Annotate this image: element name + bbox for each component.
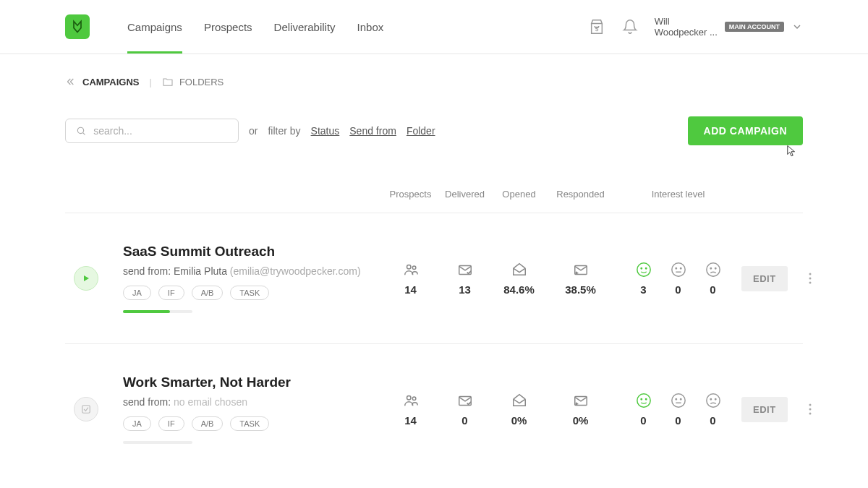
- add-campaign-button[interactable]: ADD CAMPAIGN: [688, 116, 803, 145]
- tag: JA: [123, 286, 151, 300]
- responded-icon: [572, 393, 590, 408]
- interest-neutral: 0: [675, 283, 681, 296]
- interest-positive: 3: [640, 283, 646, 296]
- svg-point-34: [710, 398, 711, 399]
- svg-point-36: [809, 404, 812, 406]
- neutral-icon: [671, 262, 686, 278]
- svg-point-17: [715, 267, 715, 268]
- tag: IF: [158, 286, 184, 300]
- opened-icon: [511, 262, 528, 278]
- filter-status[interactable]: Status: [311, 125, 340, 137]
- svg-point-12: [676, 267, 676, 268]
- tag: A/B: [192, 286, 224, 300]
- search-box[interactable]: [65, 119, 239, 143]
- progress-bar: [123, 441, 192, 444]
- metric-opened: 0%: [511, 414, 527, 427]
- account-badge: MAIN ACCOUNT: [725, 22, 784, 32]
- tab-inbox[interactable]: Inbox: [357, 1, 384, 53]
- svg-point-20: [809, 282, 812, 284]
- campaign-row[interactable]: SaaS Summit Outreach send from: Emilia P…: [65, 213, 803, 343]
- marketplace-icon[interactable]: $: [588, 18, 605, 35]
- interest-positive: 0: [640, 414, 646, 427]
- svg-point-1: [77, 127, 83, 133]
- campaign-title: Work Smarter, Not Harder: [123, 374, 383, 390]
- svg-point-18: [809, 273, 812, 275]
- opened-icon: [511, 393, 528, 408]
- neutral-icon: [671, 393, 686, 408]
- more-button[interactable]: [803, 403, 817, 415]
- user-menu[interactable]: Will Woodpecker ... MAIN ACCOUNT: [655, 16, 803, 38]
- svg-point-37: [809, 408, 812, 411]
- status-play-button[interactable]: [74, 266, 98, 291]
- breadcrumb-folders[interactable]: FOLDERS: [162, 76, 224, 87]
- status-draft-button[interactable]: [74, 397, 98, 421]
- svg-point-15: [706, 262, 719, 275]
- campaign-title: SaaS Summit Outreach: [123, 244, 383, 260]
- filter-by: filter by: [268, 125, 300, 137]
- svg-point-30: [676, 398, 676, 399]
- notifications-icon[interactable]: [621, 18, 639, 35]
- tag: IF: [158, 416, 184, 431]
- metric-opened: 84.6%: [503, 283, 535, 296]
- filter-or: or: [249, 125, 258, 137]
- svg-point-10: [645, 267, 646, 268]
- col-prospects: Prospects: [383, 189, 438, 200]
- edit-button[interactable]: EDIT: [741, 397, 788, 422]
- breadcrumb: CAMPAIGNS | FOLDERS: [65, 76, 803, 87]
- svg-point-23: [412, 396, 416, 400]
- svg-line-2: [82, 132, 85, 134]
- frown-icon: [705, 393, 721, 408]
- svg-point-16: [710, 267, 711, 268]
- svg-marker-3: [84, 275, 89, 281]
- svg-point-28: [645, 398, 646, 399]
- interest-negative: 0: [710, 283, 715, 296]
- col-responded: Responded: [546, 189, 615, 200]
- tab-prospects[interactable]: Prospects: [204, 1, 252, 53]
- campaigns-icon: [65, 76, 77, 87]
- progress-bar: [123, 310, 192, 313]
- campaign-sender: send from: no email chosen: [123, 396, 383, 408]
- user-company: Woodpecker ...: [655, 27, 718, 38]
- svg-point-38: [809, 413, 812, 415]
- logo[interactable]: [65, 14, 90, 39]
- responded-icon: [572, 262, 590, 278]
- tag: TASK: [230, 286, 269, 300]
- tag: TASK: [230, 416, 269, 431]
- metric-responded: 0%: [573, 414, 589, 427]
- tab-deliverability[interactable]: Deliverability: [274, 1, 336, 53]
- svg-point-5: [412, 265, 416, 269]
- metric-responded: 38.5%: [565, 283, 596, 296]
- edit-button[interactable]: EDIT: [741, 266, 788, 291]
- more-icon: [809, 273, 812, 284]
- campaign-row[interactable]: Work Smarter, Not Harder send from: no e…: [65, 343, 803, 474]
- tag: A/B: [192, 416, 224, 431]
- svg-point-29: [671, 393, 684, 406]
- prospects-icon: [402, 262, 420, 278]
- svg-point-9: [641, 267, 642, 268]
- delivered-icon: [456, 393, 474, 408]
- table-header: Prospects Delivered Opened Responded Int…: [65, 189, 803, 213]
- filter-folder[interactable]: Folder: [407, 125, 435, 137]
- search-input[interactable]: [93, 125, 228, 137]
- tab-campaigns[interactable]: Campaigns: [127, 1, 182, 53]
- svg-point-4: [407, 265, 411, 269]
- frown-icon: [705, 262, 721, 278]
- svg-point-11: [671, 262, 684, 275]
- metric-prospects: 14: [404, 414, 417, 427]
- prospects-icon: [402, 393, 420, 408]
- filter-send-from[interactable]: Send from: [349, 125, 396, 137]
- svg-point-26: [637, 393, 650, 406]
- breadcrumb-campaigns[interactable]: CAMPAIGNS: [65, 76, 139, 87]
- more-icon: [809, 403, 812, 415]
- user-name: Will: [655, 16, 718, 27]
- svg-point-35: [715, 398, 715, 399]
- chevron-down-icon: [791, 21, 803, 33]
- col-delivered: Delivered: [438, 189, 492, 200]
- smile-icon: [636, 393, 652, 408]
- svg-point-33: [706, 393, 719, 406]
- col-opened: Opened: [492, 189, 546, 200]
- more-button[interactable]: [803, 273, 817, 284]
- svg-rect-21: [82, 406, 90, 414]
- folder-icon: [162, 76, 174, 87]
- svg-point-13: [680, 267, 681, 268]
